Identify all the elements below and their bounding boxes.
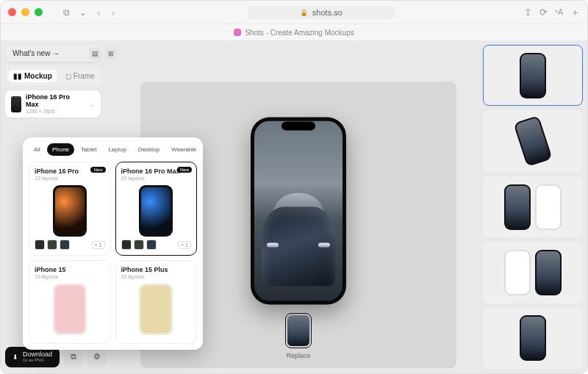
layout-thumb-5[interactable] bbox=[483, 308, 583, 369]
share-icon[interactable]: ⇪ bbox=[524, 7, 532, 18]
back-arrow-icon[interactable]: ‹ bbox=[94, 7, 104, 18]
more-swatches[interactable]: + 1 bbox=[92, 241, 105, 249]
device-card-subtitle: 15 layouts bbox=[35, 274, 105, 279]
device-resolution: 1290 × 2868 bbox=[26, 109, 85, 115]
swatch[interactable] bbox=[146, 240, 157, 250]
download-label: Download bbox=[23, 351, 52, 359]
cat-tablet[interactable]: Tablet bbox=[76, 143, 101, 156]
dynamic-island-icon bbox=[282, 121, 315, 130]
mode-tabs: ▮▮ Mockup ◻ Frame bbox=[5, 66, 101, 86]
cat-wearable[interactable]: Wearable bbox=[166, 143, 201, 156]
forward-arrow-icon[interactable]: › bbox=[109, 7, 118, 18]
layout-thumb-2[interactable] bbox=[483, 110, 583, 171]
chevron-down-icon: ⌄ bbox=[89, 101, 95, 108]
browser-titlebar: ⧉ ⌄ ‹ › 🔒 shots.so ⇪ ⟳ ᵃA ＋ bbox=[1, 1, 587, 24]
tab-title-bar: Shots - Create Amazing Mockups bbox=[1, 24, 587, 40]
cat-desktop[interactable]: Desktop bbox=[133, 143, 165, 156]
device-thumb-icon bbox=[11, 96, 21, 112]
mockup-icon: ▮▮ bbox=[13, 72, 22, 80]
device-card-title: iPhone 15 bbox=[35, 266, 105, 273]
more-swatches[interactable]: + 1 bbox=[178, 241, 191, 249]
address-bar[interactable]: 🔒 shots.so bbox=[248, 6, 395, 19]
swatch[interactable] bbox=[47, 240, 57, 250]
close-window-icon[interactable] bbox=[8, 8, 16, 16]
copy-button[interactable]: ⧉ bbox=[64, 348, 83, 367]
tab-frame[interactable]: ◻ Frame bbox=[61, 70, 99, 82]
download-icon: ⬇ bbox=[12, 353, 18, 361]
lock-icon: 🔒 bbox=[300, 9, 308, 16]
cat-laptop[interactable]: Laptop bbox=[103, 143, 131, 156]
reload-icon[interactable]: ⟳ bbox=[539, 7, 548, 18]
device-card-iphone-15[interactable]: iPhone 15 15 layouts bbox=[29, 260, 111, 344]
download-sublabel: 1x as PNG bbox=[23, 358, 52, 363]
address-host: shots.so bbox=[312, 8, 343, 17]
device-card-subtitle: 13 layouts bbox=[35, 176, 105, 181]
settings-button[interactable]: ⚙ bbox=[87, 348, 107, 367]
grid-icon[interactable]: ⊞ bbox=[105, 48, 117, 60]
chevron-down-icon[interactable]: ⌄ bbox=[77, 7, 89, 18]
device-card-subtitle: 15 layouts bbox=[121, 274, 192, 279]
swatch[interactable] bbox=[121, 240, 132, 250]
device-card-iphone-16-pro[interactable]: New iPhone 16 Pro 13 layouts + 1 bbox=[29, 162, 111, 256]
category-tabs: All Phone Tablet Laptop Desktop Wearable bbox=[29, 143, 197, 156]
device-preview bbox=[139, 284, 173, 335]
swatch[interactable] bbox=[134, 240, 144, 250]
device-preview bbox=[139, 185, 173, 237]
page-title: Shots - Create Amazing Mockups bbox=[245, 29, 354, 37]
minimize-window-icon[interactable] bbox=[21, 8, 29, 16]
translate-icon[interactable]: ᵃA bbox=[555, 8, 563, 16]
layout-thumbnails bbox=[483, 45, 583, 369]
cat-phone[interactable]: Phone bbox=[47, 143, 74, 156]
new-badge: New bbox=[90, 167, 105, 173]
mockup-screen bbox=[254, 121, 343, 301]
device-popover: All Phone Tablet Laptop Desktop Wearable… bbox=[23, 137, 203, 350]
device-card-subtitle: 15 layouts bbox=[121, 176, 192, 181]
device-preview bbox=[53, 185, 87, 237]
replace-thumbnail[interactable] bbox=[285, 313, 312, 348]
layout-thumb-1[interactable] bbox=[483, 45, 583, 106]
phone-mockup[interactable] bbox=[251, 117, 346, 304]
layout-thumb-3[interactable] bbox=[483, 176, 583, 237]
device-name: iPhone 16 Pro Max bbox=[26, 94, 85, 109]
device-preview bbox=[53, 284, 87, 335]
new-tab-icon[interactable]: ＋ bbox=[570, 6, 580, 19]
replace-label: Replace bbox=[285, 352, 312, 359]
device-card-iphone-16-pro-max[interactable]: New iPhone 16 Pro Max 15 layouts + 1 bbox=[115, 162, 198, 256]
cat-all[interactable]: All bbox=[29, 143, 46, 156]
swatch[interactable] bbox=[35, 240, 45, 250]
device-card-title: iPhone 15 Plus bbox=[121, 266, 192, 273]
new-badge: New bbox=[177, 167, 192, 173]
tab-mockup[interactable]: ▮▮ Mockup bbox=[9, 70, 57, 82]
frame-icon: ◻ bbox=[65, 72, 71, 80]
device-card-iphone-15-plus[interactable]: iPhone 15 Plus 15 layouts bbox=[115, 260, 198, 344]
layout-thumb-4[interactable] bbox=[483, 242, 583, 303]
swatch[interactable] bbox=[60, 240, 70, 250]
device-selector[interactable]: iPhone 16 Pro Max 1290 × 2868 ⌄ bbox=[5, 90, 101, 118]
whats-new-button[interactable]: What's new → bbox=[5, 45, 101, 62]
maximize-window-icon[interactable] bbox=[35, 8, 43, 16]
favicon-icon bbox=[234, 29, 241, 36]
color-swatches: + 1 bbox=[35, 240, 105, 250]
sidebar-icon[interactable]: ⧉ bbox=[60, 7, 72, 18]
comments-icon[interactable]: ▤ bbox=[89, 48, 101, 60]
color-swatches: + 1 bbox=[121, 240, 192, 250]
